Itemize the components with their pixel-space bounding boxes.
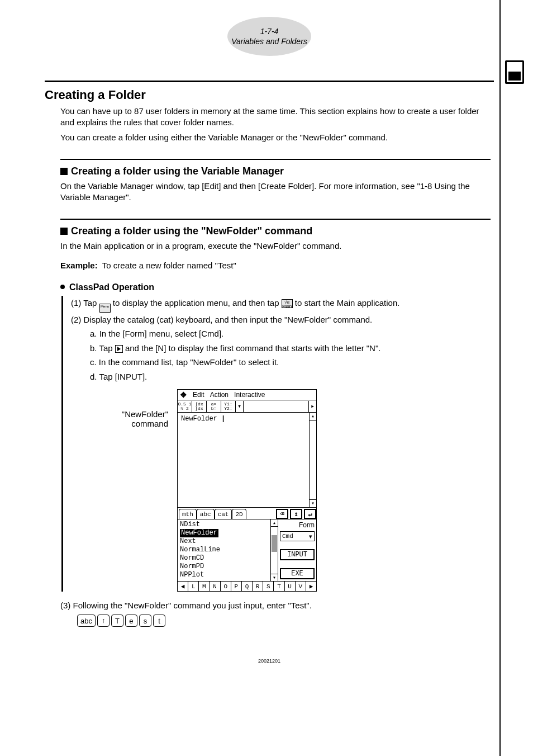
key-sequence: abc ↑ T e s t	[77, 615, 494, 627]
form-dropdown[interactable]: Cmd▾	[280, 531, 315, 541]
menu-interactive[interactable]: Interactive	[234, 391, 265, 399]
alpha-key[interactable]: Q	[242, 582, 253, 591]
device-workarea[interactable]: NewFolder ▴ ▾	[177, 413, 317, 508]
alpha-key[interactable]: S	[263, 582, 274, 591]
device-menubar: ❖ Edit Action Interactive	[177, 389, 317, 400]
backspace-icon[interactable]: ⌫	[276, 509, 288, 519]
settings-menu-icon[interactable]: ❖	[180, 390, 187, 399]
example-line: Example: To create a new folder named "T…	[60, 260, 494, 271]
step-2: (2) Display the catalog (cat) keyboard, …	[71, 313, 494, 327]
subheading-newfolder-cmd: Creating a folder using the "NewFolder" …	[60, 225, 494, 237]
menu-edit[interactable]: Edit	[193, 391, 204, 399]
list-item[interactable]: NormCD	[180, 554, 268, 563]
step-3: (3) Following the "NewFolder" command yo…	[60, 601, 494, 610]
list-item[interactable]: Next	[180, 537, 268, 546]
operation-steps: (1) Tap to display the application menu,…	[61, 296, 494, 592]
alpha-prev-icon[interactable]: ◀	[178, 582, 188, 591]
divider	[45, 81, 494, 82]
alpha-key[interactable]: U	[285, 582, 296, 591]
alpha-key[interactable]: P	[231, 582, 242, 591]
page-header-badge: 1-7-4 Variables and Folders	[227, 17, 311, 56]
key-s: s	[139, 615, 151, 627]
device-toolbar: 0.5 1⇆ 2 ∫dx∫dx a=b= Y1:Y2: ▾ ▸	[177, 400, 317, 413]
operation-heading: ClassPad Operation	[60, 282, 494, 292]
device-screenshot: ❖ Edit Action Interactive 0.5 1⇆ 2 ∫dx∫d…	[177, 389, 317, 592]
alpha-key[interactable]: L	[188, 582, 199, 591]
step-2d: d. Tap [INPUT].	[90, 370, 494, 384]
intro-paragraph-2: You can create a folder using either the…	[60, 132, 494, 143]
alpha-key[interactable]: O	[221, 582, 231, 591]
tab-abc[interactable]: abc	[197, 509, 215, 519]
tab-2d[interactable]: 2D	[232, 509, 246, 519]
toolbar-btn-4[interactable]: Y1:Y2:	[221, 401, 236, 412]
work-scrollbar[interactable]: ▴ ▾	[309, 413, 316, 507]
toolbar-dropdown[interactable]: ▾	[236, 401, 244, 412]
alpha-key[interactable]: N	[210, 582, 220, 591]
command-list[interactable]: NDist NewFolder Next NormalLine NormCD N…	[178, 519, 270, 580]
key-T: T	[111, 615, 123, 627]
intro-paragraph-1: You can have up to 87 user folders in me…	[60, 106, 494, 129]
divider	[60, 159, 491, 160]
work-command-text: NewFolder	[181, 415, 221, 423]
key-t: t	[153, 615, 165, 627]
scroll-up-icon[interactable]: ▴	[271, 519, 278, 527]
step-1: (1) Tap to display the application menu,…	[71, 296, 494, 313]
divider	[60, 219, 491, 220]
tab-mth[interactable]: mth	[179, 509, 197, 519]
header-line2: Variables and Folders	[231, 36, 307, 46]
catalog-keyboard: mth abc cat 2D ⌫ ↥ ↵ NDist NewFol	[177, 508, 317, 592]
key-shift: ↑	[97, 615, 110, 627]
nf-body: In the Main application or in a program,…	[60, 240, 494, 252]
list-item[interactable]: NPPlot	[180, 571, 268, 579]
advance-icon	[115, 345, 123, 353]
step-2a: a. In the [Form] menu, select [Cmd].	[90, 327, 494, 341]
alpha-key[interactable]: T	[274, 582, 284, 591]
enter-icon[interactable]: ↵	[304, 509, 316, 519]
toolbar-btn-3[interactable]: a=b=	[207, 401, 221, 412]
toolbar-btn-2[interactable]: ∫dx∫dx	[192, 401, 207, 412]
section-title: Creating a Folder	[45, 88, 494, 102]
up-arrow-icon[interactable]: ↥	[290, 509, 302, 519]
list-item-selected[interactable]: NewFolder	[180, 529, 268, 537]
subheading-variable-manager: Creating a folder using the Variable Man…	[60, 166, 494, 177]
footer-date: 20021201	[45, 658, 494, 664]
scroll-thumb[interactable]	[272, 535, 277, 552]
alpha-next-icon[interactable]: ▶	[306, 582, 316, 591]
key-e: e	[125, 615, 137, 627]
scroll-up-icon[interactable]: ▴	[310, 413, 316, 420]
menu-icon	[99, 304, 111, 313]
alpha-key[interactable]: M	[199, 582, 210, 591]
list-item[interactable]: NDist	[180, 521, 268, 529]
step-2c: c. In the command list, tap "NewFolder" …	[90, 355, 494, 370]
toolbar-more[interactable]: ▸	[308, 401, 316, 412]
screenshot-annotation: "NewFolder" command	[71, 389, 177, 592]
example-label: Example:	[60, 261, 98, 270]
text-cursor	[221, 415, 225, 423]
toolbar-btn-1[interactable]: 0.5 1⇆ 2	[178, 401, 192, 412]
key-abc: abc	[77, 615, 96, 627]
scroll-down-icon[interactable]: ▾	[310, 499, 316, 507]
list-item[interactable]: NormPD	[180, 563, 268, 571]
scroll-down-icon[interactable]: ▾	[271, 574, 278, 581]
vm-body: On the Variable Manager window, tap [Edi…	[60, 181, 494, 204]
alpha-row: ◀ L M N O P Q R S T U V ▶	[178, 581, 316, 591]
alpha-key[interactable]: V	[296, 582, 306, 591]
list-scrollbar[interactable]: ▴ ▾	[271, 519, 278, 581]
main-app-icon: √αMain	[282, 299, 293, 308]
menu-action[interactable]: Action	[210, 391, 229, 399]
alpha-key[interactable]: R	[253, 582, 263, 591]
tab-cat[interactable]: cat	[215, 509, 232, 519]
form-label: Form	[280, 521, 315, 529]
input-button[interactable]: INPUT	[280, 549, 315, 560]
step-2b: b. Tap and the [N] to display the first …	[90, 341, 494, 356]
example-text: To create a new folder named "Test"	[102, 261, 236, 270]
chevron-down-icon: ▾	[309, 533, 312, 540]
exe-button[interactable]: EXE	[280, 568, 315, 579]
header-line1: 1-7-4	[260, 26, 279, 36]
list-item[interactable]: NormalLine	[180, 546, 268, 554]
